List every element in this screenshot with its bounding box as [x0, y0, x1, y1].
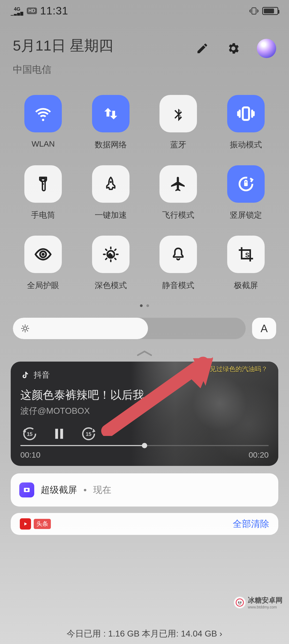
- svg-point-6: [42, 253, 45, 256]
- rocket-icon[interactable]: [92, 165, 130, 203]
- notification-screenshot[interactable]: 超级截屏 • 现在: [11, 473, 278, 507]
- auto-brightness-button[interactable]: A: [252, 318, 276, 339]
- brightness-row: A: [0, 307, 289, 344]
- airplane-icon[interactable]: [159, 165, 197, 203]
- hd-badge: HD: [27, 7, 37, 14]
- svg-rect-0: [252, 8, 256, 14]
- bell-icon[interactable]: [159, 236, 197, 273]
- notification-footer: 头条 全部清除: [11, 513, 278, 535]
- clear-all-button[interactable]: 全部清除: [233, 518, 269, 530]
- toutiao-icon[interactable]: [20, 518, 31, 530]
- avatar[interactable]: [257, 39, 276, 58]
- notification-time: 现在: [93, 484, 111, 496]
- tile-vibrate[interactable]: 振动模式: [222, 95, 271, 150]
- svg-text:15: 15: [86, 431, 92, 437]
- pause-button[interactable]: [50, 424, 69, 443]
- screenshot-app-icon: [19, 482, 34, 497]
- status-right: 79: [249, 7, 278, 15]
- svg-point-9: [24, 327, 27, 330]
- media-card[interactable]: 你见过绿色的汽油吗？ 抖音 这颜色泰裤辣吧！以后我… 波仔@MOTOBOX 15…: [11, 362, 278, 466]
- battery-indicator: 79: [262, 7, 278, 15]
- tiktok-icon: [20, 371, 29, 380]
- header-date: 5月11日 星期四: [13, 36, 113, 56]
- svg-text:S: S: [245, 251, 249, 259]
- toutiao-badge: 头条: [34, 519, 51, 529]
- forward-15-button[interactable]: 15: [79, 424, 98, 443]
- header-carrier: 中国电信: [13, 63, 113, 76]
- svg-point-3: [110, 181, 112, 183]
- time-total: 00:20: [249, 450, 269, 459]
- media-subtitle: 波仔@MOTOBOX: [20, 405, 269, 417]
- dark-mode-icon[interactable]: [92, 236, 130, 273]
- tile-data[interactable]: 数据网络: [86, 95, 135, 150]
- gear-icon[interactable]: [226, 41, 241, 56]
- svg-point-17: [26, 489, 28, 491]
- tile-mute[interactable]: 静音模式: [154, 236, 203, 291]
- svg-rect-12: [55, 429, 58, 439]
- svg-point-18: [236, 599, 244, 606]
- rotation-lock-icon[interactable]: [227, 165, 265, 203]
- tile-screenshot[interactable]: S 极截屏: [222, 236, 271, 291]
- data-usage-bar[interactable]: 今日已用 : 1.16 GB 本月已用: 14.04 GB ›: [0, 624, 289, 644]
- tile-airplane[interactable]: 飞行模式: [154, 165, 203, 221]
- tile-dark-mode[interactable]: 深色模式: [86, 236, 135, 291]
- brightness-icon: [20, 324, 30, 333]
- svg-rect-5: [244, 183, 248, 186]
- data-icon[interactable]: [92, 95, 130, 132]
- panel-header: 5月11日 星期四 中国电信: [0, 20, 289, 87]
- screenshot-icon[interactable]: S: [227, 236, 265, 273]
- rewind-15-button[interactable]: 15: [20, 424, 39, 443]
- edit-icon[interactable]: [195, 41, 210, 56]
- tile-wlan[interactable]: WLAN: [19, 95, 68, 150]
- brightness-slider[interactable]: [13, 318, 246, 339]
- svg-point-19: [238, 601, 239, 603]
- page-indicator: [0, 304, 289, 307]
- media-title: 这颜色泰裤辣吧！以后我…: [20, 388, 269, 402]
- tile-bluetooth[interactable]: 蓝牙: [154, 95, 203, 150]
- status-left: 4G ▁▃▅▇ HD 11:31: [11, 5, 68, 17]
- time-current: 00:10: [20, 450, 40, 459]
- watermark: 冰糖安卓网 www.btddmy.com: [234, 596, 283, 609]
- eye-icon[interactable]: [24, 236, 62, 273]
- wifi-icon[interactable]: [24, 95, 62, 132]
- svg-point-20: [240, 601, 241, 603]
- torch-icon[interactable]: [24, 165, 62, 203]
- svg-point-2: [42, 183, 44, 185]
- vibrate-icon[interactable]: [227, 95, 265, 132]
- svg-rect-13: [60, 429, 63, 439]
- status-time: 11:31: [40, 5, 68, 17]
- tile-boost[interactable]: 一键加速: [86, 165, 135, 221]
- network-indicator: 4G ▁▃▅▇: [11, 7, 24, 15]
- collapse-handle[interactable]: [0, 349, 289, 357]
- notification-title: 超级截屏: [41, 484, 77, 496]
- tile-rotation-lock[interactable]: 竖屏锁定: [222, 165, 271, 221]
- tile-eye-comfort[interactable]: 全局护眼: [19, 236, 68, 291]
- status-bar: 4G ▁▃▅▇ HD 11:31 79: [0, 0, 289, 20]
- quick-settings-grid: WLAN 数据网络 蓝牙 振动模式 手电筒 一键加速 飞行模式: [0, 87, 289, 296]
- svg-rect-1: [243, 108, 249, 120]
- svg-text:15: 15: [27, 431, 33, 437]
- media-app-row: 抖音: [20, 370, 269, 381]
- bluetooth-icon[interactable]: [159, 95, 197, 132]
- vibrate-status-icon: [249, 7, 258, 15]
- media-progress[interactable]: 00:10 00:20: [20, 445, 269, 459]
- tile-torch[interactable]: 手电筒: [19, 165, 68, 221]
